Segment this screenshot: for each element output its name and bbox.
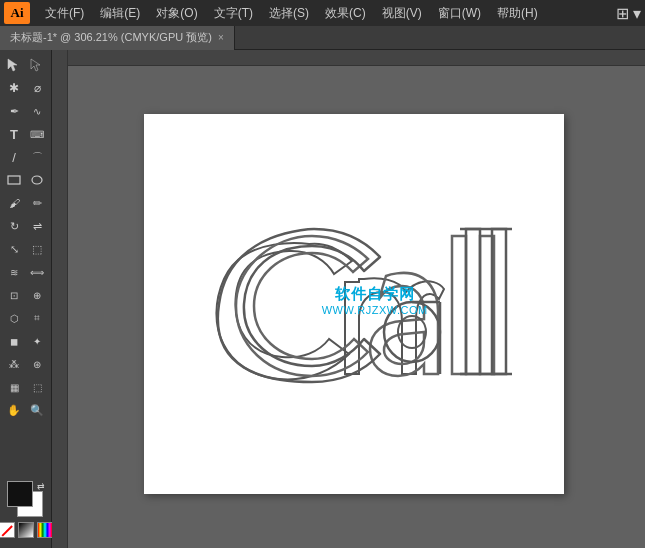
menu-edit[interactable]: 编辑(E) (93, 3, 147, 24)
blend-tool[interactable]: ⁂ (3, 353, 25, 375)
mesh-tool[interactable]: ⌗ (26, 307, 48, 329)
line-tools-row: / ⌒ (3, 146, 48, 168)
eyedropper-tool[interactable]: ✦ (26, 330, 48, 352)
color-mode-row (0, 522, 53, 538)
no-color-box[interactable] (0, 522, 15, 538)
magic-lasso-row: ✱ ⌀ (3, 77, 48, 99)
svg-point-5 (398, 316, 426, 348)
curvature-tool[interactable]: ∿ (26, 100, 48, 122)
menu-file[interactable]: 文件(F) (38, 3, 91, 24)
pen-tool[interactable]: ✒ (3, 100, 25, 122)
pen-tools-row: ✒ ∿ (3, 100, 48, 122)
brush-tools-row: 🖌 ✏ (3, 192, 48, 214)
menu-effect[interactable]: 效果(C) (318, 3, 373, 24)
scale-tool[interactable]: ⤡ (3, 238, 25, 260)
transform-tools-row: ↻ ⇌ (3, 215, 48, 237)
column-chart-tool[interactable]: ▦ (3, 376, 25, 398)
menu-object[interactable]: 对象(O) (149, 3, 204, 24)
paintbrush-tool[interactable]: 🖌 (3, 192, 25, 214)
selection-tool[interactable] (3, 54, 25, 76)
document-tab[interactable]: 未标题-1* @ 306.21% (CMYK/GPU 预览) × (0, 26, 235, 50)
color-section: ⇄ (0, 481, 53, 544)
menu-view[interactable]: 视图(V) (375, 3, 429, 24)
rectangle-tool[interactable] (3, 169, 25, 191)
artboard[interactable]: 软件自学网 WWW.RJZXW.COM (144, 114, 564, 494)
toolbar: ✱ ⌀ ✒ ∿ T ⌨ / ⌒ 🖌 ✏ (0, 50, 52, 548)
zoom-tool[interactable]: 🔍 (26, 399, 48, 421)
shape-builder-tool[interactable]: ⊕ (26, 284, 48, 306)
app-logo: Ai (4, 2, 30, 24)
tab-title: 未标题-1* @ 306.21% (CMYK/GPU 预览) (10, 30, 212, 45)
reflect-tool[interactable]: ⇌ (26, 215, 48, 237)
svg-point-3 (32, 176, 42, 184)
hand-tool[interactable]: ✋ (3, 399, 25, 421)
type-tools-row: T ⌨ (3, 123, 48, 145)
perspective-grid-tool[interactable]: ⬡ (3, 307, 25, 329)
lasso-tool[interactable]: ⌀ (26, 77, 48, 99)
scale-tools-row: ⤡ ⬚ (3, 238, 48, 260)
svg-rect-2 (8, 176, 20, 184)
rotate-tool[interactable]: ↻ (3, 215, 25, 237)
main-area: ✱ ⌀ ✒ ∿ T ⌨ / ⌒ 🖌 ✏ (0, 50, 645, 548)
warp-tool[interactable]: ≋ (3, 261, 25, 283)
svg-marker-0 (8, 59, 17, 71)
svg-point-4 (384, 302, 440, 362)
ellipse-tool[interactable] (26, 169, 48, 191)
blend-row: ⁂ ⊛ (3, 353, 48, 375)
color-boxes: ⇄ (7, 481, 45, 519)
width-tool[interactable]: ⟺ (26, 261, 48, 283)
magic-wand-tool[interactable]: ✱ (3, 77, 25, 99)
call-text-container (164, 214, 544, 394)
touch-type-tool[interactable]: ⌨ (26, 123, 48, 145)
selection-tools-row (3, 54, 48, 76)
ruler-top (52, 50, 645, 66)
live-paint-tool[interactable]: ⊛ (26, 353, 48, 375)
menu-help[interactable]: 帮助(H) (490, 3, 545, 24)
line-segment-tool[interactable]: / (3, 146, 25, 168)
direct-selection-tool[interactable] (26, 54, 48, 76)
menu-type[interactable]: 文字(T) (207, 3, 260, 24)
shear-tool[interactable]: ⬚ (26, 238, 48, 260)
free-transform-row: ⊡ ⊕ (3, 284, 48, 306)
warp-tools-row: ≋ ⟺ (3, 261, 48, 283)
workspace-switcher[interactable]: ⊞ ▾ (616, 4, 641, 23)
perspective-row: ⬡ ⌗ (3, 307, 48, 329)
pencil-tool[interactable]: ✏ (26, 192, 48, 214)
type-tool[interactable]: T (3, 123, 25, 145)
menu-bar: Ai 文件(F) 编辑(E) 对象(O) 文字(T) 选择(S) 效果(C) 视… (0, 0, 645, 26)
tab-close-button[interactable]: × (218, 32, 224, 43)
menu-select[interactable]: 选择(S) (262, 3, 316, 24)
free-transform-tool[interactable]: ⊡ (3, 284, 25, 306)
hand-zoom-row: ✋ 🔍 (3, 399, 48, 421)
chart-row: ▦ ⬚ (3, 376, 48, 398)
ruler-left (52, 50, 68, 548)
gradient-row: ◼ ✦ (3, 330, 48, 352)
swap-colors-icon[interactable]: ⇄ (37, 481, 45, 491)
gradient-color-box[interactable] (18, 522, 34, 538)
foreground-color-box[interactable] (7, 481, 33, 507)
artboard-tool[interactable]: ⬚ (26, 376, 48, 398)
color-spectrum-box[interactable] (37, 522, 53, 538)
call-final-svg (164, 214, 544, 394)
arc-tool[interactable]: ⌒ (26, 146, 48, 168)
menu-window[interactable]: 窗口(W) (431, 3, 488, 24)
shape-tools-row (3, 169, 48, 191)
tab-bar: 未标题-1* @ 306.21% (CMYK/GPU 预览) × (0, 26, 645, 50)
svg-marker-1 (31, 59, 40, 71)
gradient-tool[interactable]: ◼ (3, 330, 25, 352)
canvas-area: 软件自学网 WWW.RJZXW.COM (52, 50, 645, 548)
